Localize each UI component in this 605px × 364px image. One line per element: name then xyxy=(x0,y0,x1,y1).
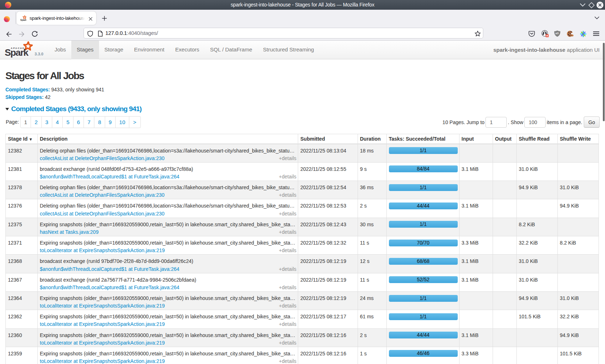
svg-text:Spark: Spark xyxy=(5,47,29,58)
svg-text:uO: uO xyxy=(555,32,559,35)
svg-text:Spark: Spark xyxy=(20,18,26,21)
